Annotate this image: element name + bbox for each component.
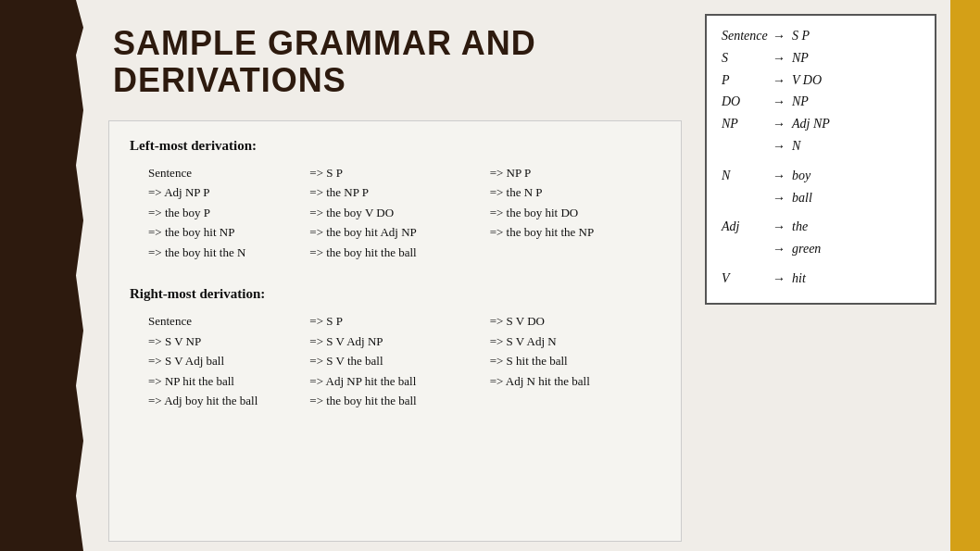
list-item: => the N P — [490, 182, 660, 202]
list-item: => the NP P — [309, 182, 480, 202]
grammar-box: Sentence → S P S → NP P → V DO DO → NP N… — [705, 14, 936, 305]
grammar-spacer-3 — [722, 260, 920, 268]
grammar-rule-4: NP → Adj NP — [722, 113, 920, 135]
main-content: SAMPLE GRAMMAR AND DERIVATIONS Left-most… — [67, 0, 700, 551]
grammar-box-wrapper: Sentence → S P S → NP P → V DO DO → NP N… — [700, 0, 950, 551]
list-item: => the boy hit DO — [490, 203, 660, 222]
sidebar-right — [950, 0, 980, 551]
list-item: => S hit the ball — [490, 351, 660, 370]
grammar-spacer-1 — [722, 157, 920, 165]
sidebar-left — [0, 0, 67, 551]
left-most-grid: Sentence => Adj NP P => the boy P => the… — [130, 163, 660, 262]
list-item: => NP P — [490, 163, 660, 182]
right-most-col3: => S V DO => S V Adj N => S hit the ball… — [490, 311, 660, 410]
right-most-heading: Right-most derivation: — [130, 286, 660, 302]
list-item: => S V Adj N — [490, 332, 660, 351]
list-item: Sentence — [148, 311, 300, 331]
right-most-grid: Sentence => S V NP => S V Adj ball => NP… — [130, 311, 660, 410]
grammar-rule-6: N → boy — [722, 165, 920, 187]
list-item: => the boy hit the NP — [490, 222, 660, 242]
section-divider — [130, 269, 660, 286]
list-item: => S V Adj ball — [148, 351, 300, 370]
grammar-rule-0: Sentence → S P — [722, 25, 920, 47]
list-item: => S P — [309, 163, 480, 182]
grammar-rule-5: → N — [722, 135, 920, 157]
list-item: => Adj N hit the ball — [490, 371, 660, 391]
grammar-rule-3: DO → NP — [722, 91, 920, 113]
list-item: => the boy P — [148, 203, 300, 222]
grammar-rule-7: → ball — [722, 187, 920, 209]
left-most-heading: Left-most derivation: — [130, 138, 660, 154]
list-item: => S V DO — [490, 311, 660, 331]
list-item: => the boy hit the N — [148, 243, 300, 262]
list-item: => the boy hit Adj NP — [309, 222, 480, 242]
title-bar: SAMPLE GRAMMAR AND DERIVATIONS — [67, 0, 700, 120]
content-panel: Left-most derivation: Sentence => Adj NP… — [108, 120, 682, 542]
list-item: => S V NP — [148, 332, 300, 351]
right-most-col2: => S P => S V Adj NP => S V the ball => … — [309, 311, 480, 410]
page-title: SAMPLE GRAMMAR AND DERIVATIONS — [113, 25, 536, 98]
grammar-rule-1: S → NP — [722, 47, 920, 69]
list-item: => the boy hit NP — [148, 222, 300, 242]
grammar-rule-2: P → V DO — [722, 69, 920, 92]
grammar-rule-10: V → hit — [722, 268, 920, 290]
list-item: => Adj NP P — [148, 182, 300, 202]
left-most-col2: => S P => the NP P => the boy V DO => th… — [309, 163, 480, 262]
left-most-col1: Sentence => Adj NP P => the boy P => the… — [130, 163, 300, 262]
list-item: => S V Adj NP — [309, 332, 480, 351]
right-most-col1: Sentence => S V NP => S V Adj ball => NP… — [130, 311, 300, 410]
grammar-rule-8: Adj → the — [722, 216, 920, 238]
list-item: => S P — [309, 311, 480, 331]
list-item: Sentence — [148, 163, 300, 182]
list-item: => the boy V DO — [309, 203, 480, 222]
left-most-col3: => NP P => the N P => the boy hit DO => … — [490, 163, 660, 262]
list-item: => Adj boy hit the ball — [148, 391, 300, 410]
grammar-spacer-2 — [722, 208, 920, 216]
list-item: => Adj NP hit the ball — [309, 371, 480, 391]
grammar-rule-9: → green — [722, 238, 920, 260]
list-item: => the boy hit the ball — [309, 243, 480, 262]
list-item: => NP hit the ball — [148, 371, 300, 391]
list-item: => the boy hit the ball — [309, 391, 480, 410]
list-item: => S V the ball — [309, 351, 480, 370]
